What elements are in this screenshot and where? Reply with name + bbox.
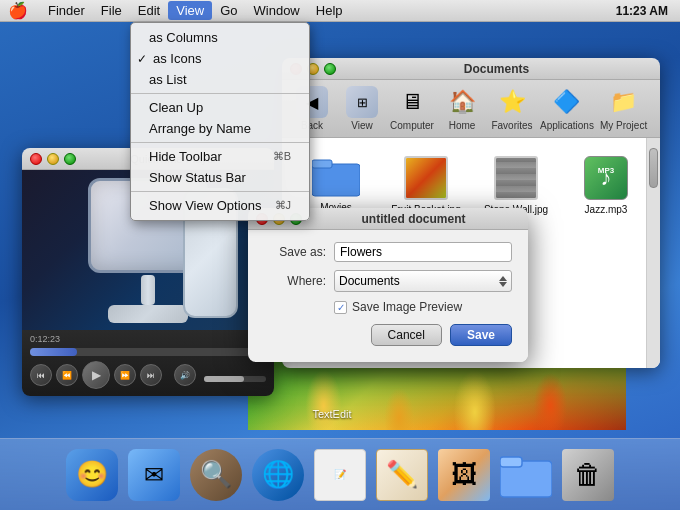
- quicktime-maximize-btn[interactable]: [64, 153, 76, 165]
- qt-play-btn[interactable]: ▶: [82, 361, 110, 389]
- save-preview-label: Save Image Preview: [352, 300, 462, 314]
- menu-item-clean-up[interactable]: Clean Up: [131, 97, 309, 118]
- file-item-jazz[interactable]: ♪ MP3 Jazz.mp3: [566, 152, 646, 247]
- menubar-edit[interactable]: Edit: [130, 1, 168, 20]
- toolbar-computer-label: Computer: [390, 120, 434, 131]
- save-dialog: untitled document Save as: Where: Docume…: [248, 208, 528, 362]
- menu-item-arrange-by-name[interactable]: Arrange by Name: [131, 118, 309, 139]
- toolbar-applications-label: Applications: [540, 120, 594, 131]
- menubar-finder[interactable]: Finder: [40, 1, 93, 20]
- arrow-up-icon: [499, 276, 507, 281]
- toolbar-applications-btn[interactable]: 🔷 Applications: [540, 86, 594, 131]
- toolbar-myproject-btn[interactable]: 📁 My Project: [600, 86, 647, 131]
- menu-item-as-icons[interactable]: as Icons: [131, 48, 309, 69]
- apple-menu[interactable]: 🍎: [8, 1, 28, 20]
- save-as-input[interactable]: [334, 242, 512, 262]
- save-button[interactable]: Save: [450, 324, 512, 346]
- qt-step-back-btn[interactable]: ⏪: [56, 364, 78, 386]
- image-stone-wall-icon: [494, 156, 538, 200]
- menu-item-as-columns[interactable]: as Columns: [131, 27, 309, 48]
- dock-item-mail[interactable]: ✉: [126, 447, 182, 503]
- qt-skip-back-btn[interactable]: ⏮: [30, 364, 52, 386]
- documents-title: Documents: [341, 62, 652, 76]
- menu-item-show-status-bar[interactable]: Show Status Bar: [131, 167, 309, 188]
- photos-icon: 🖼: [438, 449, 490, 501]
- toolbar-myproject-label: My Project: [600, 120, 647, 131]
- qt-volume-slider[interactable]: [204, 376, 266, 382]
- system-time: 11:23 AM: [616, 4, 668, 18]
- quicktime-close-btn[interactable]: [30, 153, 42, 165]
- dock: 😊 ✉ 🔍 🌐 📝 ✏️ 🖼 🗑: [0, 438, 680, 510]
- pencil-icon: ✏️: [376, 449, 428, 501]
- menubar-view[interactable]: View: [168, 1, 212, 20]
- dock-item-photos[interactable]: 🖼: [436, 447, 492, 503]
- quicktime-minimize-btn[interactable]: [47, 153, 59, 165]
- menu-separator-3: [131, 191, 309, 192]
- menubar-window[interactable]: Window: [246, 1, 308, 20]
- trash-icon: 🗑: [562, 449, 614, 501]
- svg-rect-1: [312, 160, 332, 168]
- menubar-file[interactable]: File: [93, 1, 130, 20]
- save-as-row: Save as:: [264, 242, 512, 262]
- menu-item-as-list[interactable]: as List: [131, 69, 309, 90]
- quicktime-button-row: ⏮ ⏪ ▶ ⏩ ⏭ 🔊: [30, 361, 266, 389]
- arrow-down-icon: [499, 282, 507, 287]
- where-dropdown-arrows: [499, 276, 507, 287]
- shortcut-hide-toolbar: ⌘B: [273, 150, 291, 163]
- quicktime-time: 0:12:23: [30, 334, 266, 344]
- menubar-go[interactable]: Go: [212, 1, 245, 20]
- toolbar-favorites-label: Favorites: [491, 120, 532, 131]
- shortcut-view-options: ⌘J: [275, 199, 292, 212]
- dock-item-trash[interactable]: 🗑: [560, 447, 616, 503]
- quicktime-progress-bar[interactable]: [30, 348, 266, 356]
- where-label: Where:: [264, 274, 326, 288]
- menu-item-show-view-options[interactable]: Show View Options ⌘J: [131, 195, 309, 216]
- filename-jazz: Jazz.mp3: [585, 204, 628, 216]
- qt-step-forward-btn[interactable]: ⏩: [114, 364, 136, 386]
- dock-item-sherlock[interactable]: 🔍: [188, 447, 244, 503]
- documents-toolbar: ◀ Back ⊞ View 🖥 Computer 🏠 Home ⭐ Favori…: [282, 80, 660, 138]
- save-preview-checkbox[interactable]: ✓: [334, 301, 347, 314]
- menu-separator-1: [131, 93, 309, 94]
- save-as-label: Save as:: [264, 245, 326, 259]
- folder-icon: [500, 449, 552, 501]
- dock-item-folder[interactable]: [498, 447, 554, 503]
- toolbar-favorites-btn[interactable]: ⭐ Favorites: [490, 86, 534, 131]
- svg-rect-0: [312, 164, 360, 196]
- ie-icon: 🌐: [252, 449, 304, 501]
- menubar: 🍎 Finder File Edit View Go Window Help 1…: [0, 0, 680, 22]
- toolbar-view-label: View: [351, 120, 373, 131]
- save-dialog-content: Save as: Where: Documents ✓ Save Image P…: [248, 230, 528, 362]
- menubar-help[interactable]: Help: [308, 1, 351, 20]
- where-row: Where: Documents: [264, 270, 512, 292]
- folder-movies-icon: [312, 156, 360, 198]
- dock-item-pencil[interactable]: ✏️: [374, 447, 430, 503]
- imac-neck: [141, 275, 155, 305]
- cancel-button[interactable]: Cancel: [371, 324, 442, 346]
- menu-separator-2: [131, 142, 309, 143]
- toolbar-computer-btn[interactable]: 🖥 Computer: [390, 86, 434, 131]
- toolbar-view-btn[interactable]: ⊞ View: [340, 86, 384, 131]
- textedit-window-label: TextEdit: [282, 408, 382, 420]
- finder-icon: 😊: [66, 449, 118, 501]
- where-dropdown[interactable]: Documents: [334, 270, 512, 292]
- image-fruit-basket-icon: [404, 156, 448, 200]
- scrollbar-thumb[interactable]: [649, 148, 658, 188]
- audio-jazz-icon: ♪ MP3: [584, 156, 628, 200]
- dock-item-textedit[interactable]: 📝: [312, 447, 368, 503]
- where-value: Documents: [339, 274, 400, 288]
- documents-scrollbar[interactable]: [646, 138, 660, 368]
- imac-base: [108, 305, 188, 323]
- documents-maximize-btn[interactable]: [324, 63, 336, 75]
- textedit-icon: 📝: [314, 449, 366, 501]
- menu-item-hide-toolbar[interactable]: Hide Toolbar ⌘B: [131, 146, 309, 167]
- svg-rect-3: [500, 457, 522, 467]
- toolbar-home-btn[interactable]: 🏠 Home: [440, 86, 484, 131]
- qt-skip-forward-btn[interactable]: ⏭: [140, 364, 162, 386]
- documents-titlebar: Documents: [282, 58, 660, 80]
- quicktime-controls: 0:12:23 ⏮ ⏪ ▶ ⏩ ⏭ 🔊: [22, 330, 274, 396]
- qt-volume-btn[interactable]: 🔊: [174, 364, 196, 386]
- dock-item-finder[interactable]: 😊: [64, 447, 120, 503]
- dock-item-ie[interactable]: 🌐: [250, 447, 306, 503]
- quicktime-progress-fill: [30, 348, 77, 356]
